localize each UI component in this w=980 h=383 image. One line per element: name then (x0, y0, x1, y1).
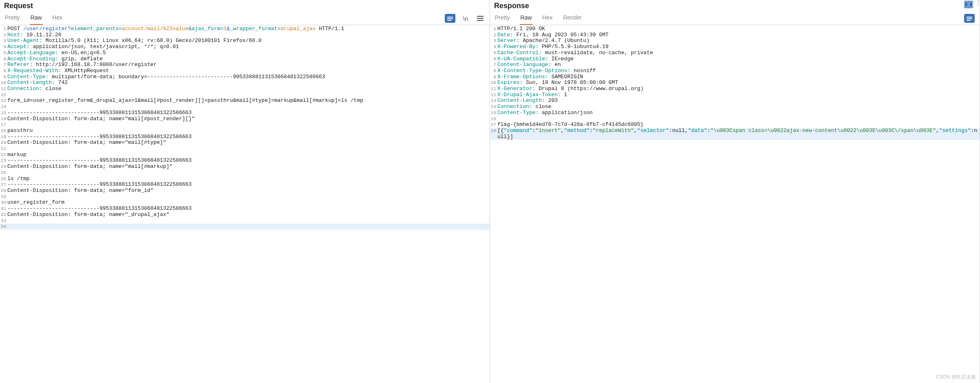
line-number: 7 (490, 62, 497, 68)
line-number: 9 (490, 74, 497, 80)
code-line: 18[{"command":"insert","method":"replace… (490, 128, 980, 140)
line-text: Referer: http://192.168.18.7:8088/user/r… (7, 62, 490, 68)
code-line: 16Content-Disposition: form-data; name="… (0, 116, 490, 122)
line-text (7, 146, 490, 152)
line-text: -----------------------------99533888113… (7, 134, 490, 140)
line-number: 11 (0, 86, 7, 92)
code-line: 20Content-Disposition: form-data; name="… (0, 140, 490, 146)
line-text: Accept-Language: en-US,en;q=0.5 (7, 50, 490, 56)
line-text: X-Drupal-Ajax-Token: 1 (497, 92, 980, 98)
code-line: 8X-Content-Type-Options: nosniff (490, 68, 980, 74)
line-text (7, 218, 490, 224)
response-content[interactable]: 1HTTP/1.1 200 OK2Date: Fri, 18 Aug 2023 … (490, 25, 980, 383)
code-line: 2Host: 10.11.12.28 (0, 32, 490, 38)
line-text: -----------------------------99533888113… (7, 182, 490, 188)
line-text (7, 224, 490, 230)
line-number: 5 (0, 50, 7, 56)
line-number: 1 (490, 26, 497, 32)
code-line: 5Cache-Control: must-revalidate, no-cach… (490, 50, 980, 56)
code-line: 10Content-Length: 742 (0, 80, 490, 86)
line-number: 8 (0, 68, 7, 74)
line-text: Host: 10.11.12.28 (7, 32, 490, 38)
line-number: 25 (0, 170, 7, 176)
more-options-icon[interactable]: ⋮ (975, 1, 979, 8)
actions-icon[interactable] (445, 14, 455, 23)
request-panel: Request PrettyRawHex \n 1POST /user/regi… (0, 0, 490, 383)
watermark: CSDN @吃瓜太狼 (936, 374, 976, 381)
tab-hex[interactable]: Hex (52, 12, 64, 25)
line-text: Content-Type: multipart/form-data; bound… (7, 74, 490, 80)
line-text: Content-Disposition: form-data; name="ma… (7, 116, 490, 122)
tab-raw[interactable]: Raw (520, 12, 533, 25)
line-number: 26 (0, 176, 7, 182)
code-line: 2Date: Fri, 18 Aug 2023 05:43:39 GMT (490, 32, 980, 38)
line-number: 13 (490, 98, 497, 104)
code-line: 19-----------------------------995338881… (0, 134, 490, 140)
line-number: 32 (0, 212, 7, 218)
line-number: 29 (0, 194, 7, 200)
layout-toggle-icon[interactable] (964, 1, 973, 8)
line-number: 31 (0, 206, 7, 212)
line-text: Accept: application/json, text/javascrip… (7, 44, 490, 50)
request-header: Request (0, 0, 490, 10)
line-number: 30 (0, 200, 7, 206)
code-line: 17 (0, 122, 490, 128)
response-header: Response (490, 0, 980, 10)
code-line: 17flag-{bmhe1d4ed70-7c7d-428a-8fb7-cf414… (490, 122, 980, 128)
line-number: 24 (0, 164, 7, 170)
line-number: 3 (0, 38, 7, 44)
code-line: 5Accept-Language: en-US,en;q=0.5 (0, 50, 490, 56)
request-content[interactable]: 1POST /user/register?element_parents=acc… (0, 25, 490, 383)
line-number: 3 (490, 38, 497, 44)
code-line: 1POST /user/register?element_parents=acc… (0, 26, 490, 32)
line-number: 18 (0, 128, 7, 134)
line-number: 10 (0, 80, 7, 86)
line-number: 15 (490, 110, 497, 116)
code-line: 28Content-Disposition: form-data; name="… (0, 188, 490, 194)
code-line: 14Connection: close (490, 104, 980, 110)
line-number: 12 (490, 92, 497, 98)
code-line: 34 (0, 224, 490, 230)
code-line: 7Referer: http://192.168.18.7:8088/user/… (0, 62, 490, 68)
response-title: Response (494, 2, 529, 10)
line-text: Content-Length: 203 (497, 98, 980, 104)
line-text: user_register_form (7, 200, 490, 206)
line-text: passthru (7, 128, 490, 134)
actions-icon[interactable] (964, 14, 975, 23)
code-line: 12 (0, 92, 490, 98)
line-text: Content-Disposition: form-data; name="ma… (7, 164, 490, 170)
line-number: 2 (0, 32, 7, 38)
line-text: flag-{bmhe1d4ed70-7c7d-428a-8fb7-cf4145d… (497, 122, 980, 128)
tab-render[interactable]: Render (563, 12, 583, 25)
line-text: User-Agent: Mozilla/5.0 (X11; Linux x86_… (7, 38, 490, 44)
code-line: 15-----------------------------995338881… (0, 110, 490, 116)
svg-rect-5 (477, 20, 483, 21)
line-text: POST /user/register?element_parents=acco… (7, 26, 490, 32)
code-line: 6Accept-Encoding: gzip, deflate (0, 56, 490, 62)
code-line: 32Content-Disposition: form-data; name="… (0, 212, 490, 218)
line-text: Date: Fri, 18 Aug 2023 05:43:39 GMT (497, 32, 980, 38)
line-text (7, 92, 490, 98)
tab-raw[interactable]: Raw (30, 12, 43, 25)
line-text: Content-language: en (497, 62, 980, 68)
code-line: 9Content-Type: multipart/form-data; boun… (0, 74, 490, 80)
line-number: 34 (0, 224, 7, 230)
tab-pretty[interactable]: Pretty (4, 12, 21, 25)
line-text: Content-Disposition: form-data; name="fo… (7, 188, 490, 194)
code-line: 25 (0, 170, 490, 176)
line-number: 16 (0, 116, 7, 122)
line-text: -----------------------------99533888113… (7, 158, 490, 164)
code-line: 12X-Drupal-Ajax-Token: 1 (490, 92, 980, 98)
line-number: 13 (0, 98, 7, 104)
tab-pretty[interactable]: Pretty (494, 12, 511, 25)
response-tabs: PrettyRawHexRender (490, 10, 980, 25)
menu-icon[interactable] (476, 14, 485, 23)
line-text (497, 116, 980, 122)
svg-rect-0 (447, 17, 453, 18)
request-title: Request (4, 2, 33, 10)
line-text: Content-Disposition: form-data; name="ma… (7, 140, 490, 146)
svg-rect-4 (477, 18, 483, 19)
line-number: 23 (0, 158, 7, 164)
tab-hex[interactable]: Hex (542, 12, 554, 25)
newline-toggle[interactable]: \n (461, 14, 470, 23)
